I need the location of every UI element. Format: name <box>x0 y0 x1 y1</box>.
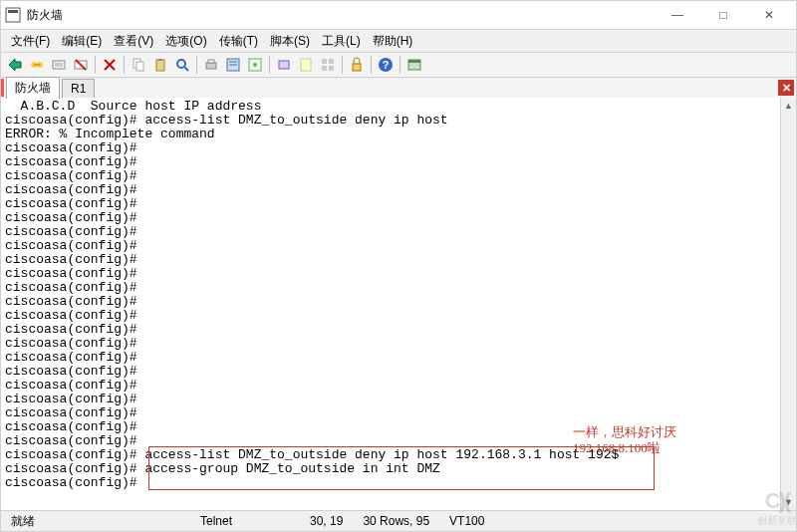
svg-text:?: ? <box>383 59 390 71</box>
lock-icon[interactable] <box>347 55 367 75</box>
toolbar: ? <box>0 52 797 78</box>
transfer-icon[interactable] <box>274 55 294 75</box>
svg-rect-26 <box>322 66 327 71</box>
session-manager-icon[interactable] <box>404 55 424 75</box>
find-icon[interactable] <box>172 55 192 75</box>
status-bar: 就绪 Telnet 30, 19 30 Rows, 95 VT100 <box>0 510 797 532</box>
window-titlebar: 防火墙 — □ ✕ <box>0 0 797 30</box>
menu-tools[interactable]: 工具(L) <box>316 31 367 52</box>
options-icon[interactable] <box>245 55 265 75</box>
annotation-line2: 192.168.8.100啦 <box>573 440 661 455</box>
svg-line-14 <box>184 67 188 71</box>
maximize-button[interactable]: □ <box>700 1 746 29</box>
scroll-track[interactable] <box>781 114 796 494</box>
help-icon[interactable]: ? <box>376 55 396 75</box>
terminal-pane: A.B.C.D Source host IP address ciscoasa(… <box>0 98 797 510</box>
svg-rect-25 <box>329 59 334 64</box>
quick-connect-icon[interactable] <box>5 55 25 75</box>
toolbar-separator <box>95 56 96 74</box>
svg-rect-23 <box>301 59 311 71</box>
svg-rect-6 <box>55 63 63 67</box>
svg-rect-24 <box>322 59 327 64</box>
tab-firewall[interactable]: 防火墙 <box>6 77 60 99</box>
session-tabs: 防火墙 R1 ✕ <box>0 78 797 98</box>
toolbar-separator <box>371 56 372 74</box>
menu-view[interactable]: 查看(V) <box>108 31 159 52</box>
scroll-up-icon[interactable]: ▲ <box>781 98 796 114</box>
svg-rect-15 <box>206 63 216 69</box>
menu-file[interactable]: 文件(F) <box>5 31 56 52</box>
close-window-button[interactable]: ✕ <box>746 1 792 29</box>
properties-icon[interactable] <box>223 55 243 75</box>
script-icon[interactable] <box>296 55 316 75</box>
close-tab-button[interactable]: ✕ <box>778 80 794 96</box>
menu-bar: 文件(F) 编辑(E) 查看(V) 选项(O) 传输(T) 脚本(S) 工具(L… <box>0 30 797 52</box>
annotation-line1: 一样，思科好讨厌 <box>573 424 676 439</box>
watermark-text: 创新互联 <box>757 514 797 528</box>
tab-r1[interactable]: R1 <box>62 79 95 98</box>
status-ready: 就绪 <box>1 513 190 530</box>
window-title: 防火墙 <box>27 7 655 24</box>
menu-options[interactable]: 选项(O) <box>159 31 212 52</box>
active-indicator <box>1 79 4 97</box>
status-size: 30 Rows, 95 <box>353 514 439 528</box>
app-icon <box>5 7 21 23</box>
paste-icon[interactable] <box>150 55 170 75</box>
toolbar-separator <box>196 56 197 74</box>
status-emulation: VT100 <box>439 514 494 528</box>
reconnect-icon[interactable] <box>49 55 69 75</box>
vertical-scrollbar[interactable]: ▲ ▼ <box>780 98 796 510</box>
toolbar-separator <box>124 56 125 74</box>
svg-point-13 <box>177 60 185 68</box>
svg-rect-32 <box>408 60 420 63</box>
watermark-logo: C)( <box>757 488 797 514</box>
svg-rect-22 <box>279 61 289 69</box>
minimize-button[interactable]: — <box>655 1 700 29</box>
watermark: C)( 创新互联 <box>757 488 797 528</box>
copy-icon[interactable] <box>129 55 148 75</box>
svg-rect-27 <box>329 66 334 71</box>
toolbar-separator <box>269 56 270 74</box>
svg-point-21 <box>253 63 257 67</box>
svg-rect-1 <box>8 10 18 13</box>
menu-help[interactable]: 帮助(H) <box>367 31 419 52</box>
svg-rect-12 <box>158 59 162 61</box>
toolbar-separator <box>399 56 400 74</box>
annotation-text: 一样，思科好讨厌 192.168.8.100啦 <box>573 424 676 456</box>
svg-rect-28 <box>353 64 361 71</box>
svg-rect-10 <box>136 62 143 71</box>
status-cursor: 30, 19 <box>300 514 353 528</box>
toolbar-separator <box>342 56 343 74</box>
tile-icon[interactable] <box>318 55 338 75</box>
menu-transfer[interactable]: 传输(T) <box>213 31 264 52</box>
disconnect-icon[interactable] <box>71 55 91 75</box>
tool-disconnect-icon[interactable] <box>100 55 120 75</box>
menu-edit[interactable]: 编辑(E) <box>56 31 108 52</box>
svg-rect-11 <box>156 60 164 71</box>
svg-rect-16 <box>208 60 214 63</box>
status-protocol: Telnet <box>190 514 300 528</box>
print-icon[interactable] <box>201 55 221 75</box>
connect-icon[interactable] <box>27 55 47 75</box>
menu-script[interactable]: 脚本(S) <box>264 31 316 52</box>
